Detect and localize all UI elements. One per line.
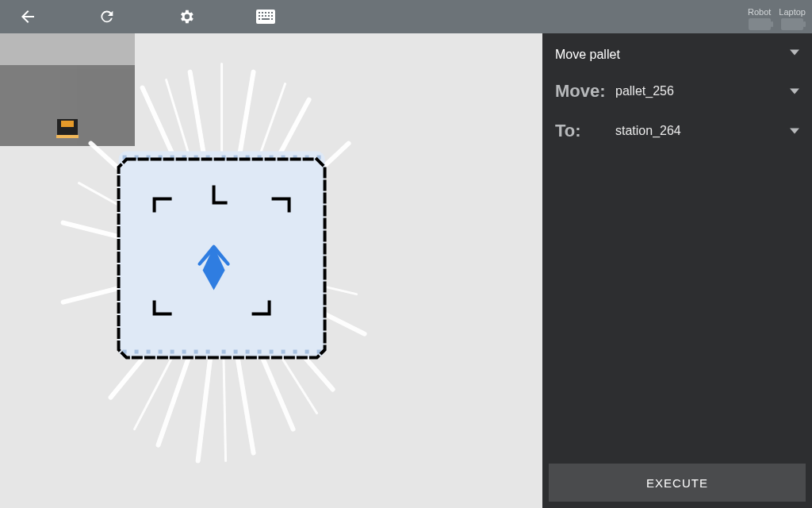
back-icon xyxy=(18,7,37,26)
gear-icon xyxy=(178,8,195,25)
svg-rect-64 xyxy=(246,350,250,354)
to-dropdown[interactable]: To: station_264 xyxy=(542,111,812,151)
keyboard-button[interactable] xyxy=(249,0,282,33)
svg-rect-12 xyxy=(262,18,270,20)
svg-rect-60 xyxy=(194,350,198,354)
svg-rect-55 xyxy=(135,350,139,354)
svg-rect-57 xyxy=(159,350,163,354)
svg-rect-13 xyxy=(271,18,273,20)
svg-rect-8 xyxy=(265,15,266,17)
battery-laptop-icon xyxy=(781,18,803,30)
svg-rect-61 xyxy=(206,350,210,354)
svg-rect-68 xyxy=(293,350,297,354)
battery-laptop-label: Laptop xyxy=(779,7,806,17)
svg-rect-67 xyxy=(282,350,285,354)
back-button[interactable] xyxy=(11,0,44,33)
svg-rect-4 xyxy=(268,12,270,13)
move-label: Move: xyxy=(555,81,611,102)
reload-button[interactable] xyxy=(90,0,124,33)
chevron-down-icon xyxy=(790,50,799,56)
svg-rect-59 xyxy=(182,350,186,354)
svg-rect-10 xyxy=(271,15,273,17)
svg-rect-3 xyxy=(265,12,266,13)
svg-rect-1 xyxy=(259,12,260,13)
svg-rect-9 xyxy=(268,15,270,17)
svg-rect-58 xyxy=(170,350,174,354)
to-value: station_264 xyxy=(611,124,799,138)
keyboard-icon xyxy=(256,10,275,24)
svg-rect-65 xyxy=(258,350,262,354)
move-value: pallet_256 xyxy=(611,84,799,98)
execute-button[interactable]: EXECUTE xyxy=(549,464,806,502)
svg-rect-56 xyxy=(147,350,151,354)
svg-rect-11 xyxy=(259,18,260,20)
svg-rect-63 xyxy=(234,350,238,354)
svg-rect-6 xyxy=(259,15,260,17)
chevron-down-icon xyxy=(790,129,799,134)
reload-icon xyxy=(98,8,116,25)
battery-laptop: Laptop xyxy=(779,7,806,30)
execute-label: EXECUTE xyxy=(646,476,708,490)
battery-robot-label: Robot xyxy=(748,7,771,17)
move-dropdown[interactable]: Move: pallet_256 xyxy=(542,71,812,111)
battery-robot-icon xyxy=(749,18,771,30)
task-dropdown[interactable]: Move pallet xyxy=(542,33,812,71)
map-view[interactable] xyxy=(0,33,542,508)
svg-rect-2 xyxy=(262,12,263,13)
task-sidebar: Move pallet Move: pallet_256 To: station… xyxy=(542,33,812,508)
battery-robot: Robot xyxy=(748,7,771,30)
task-title: Move pallet xyxy=(555,48,799,62)
chevron-down-icon xyxy=(790,89,799,94)
svg-rect-69 xyxy=(305,350,309,354)
svg-rect-7 xyxy=(262,15,263,17)
svg-rect-66 xyxy=(270,350,274,354)
to-label: To: xyxy=(555,121,611,141)
top-toolbar: Robot Laptop xyxy=(0,0,812,33)
svg-rect-5 xyxy=(271,12,273,13)
settings-button[interactable] xyxy=(170,0,203,33)
battery-indicators: Robot Laptop xyxy=(748,0,806,33)
svg-rect-62 xyxy=(222,350,226,354)
map-canvas xyxy=(16,56,428,469)
